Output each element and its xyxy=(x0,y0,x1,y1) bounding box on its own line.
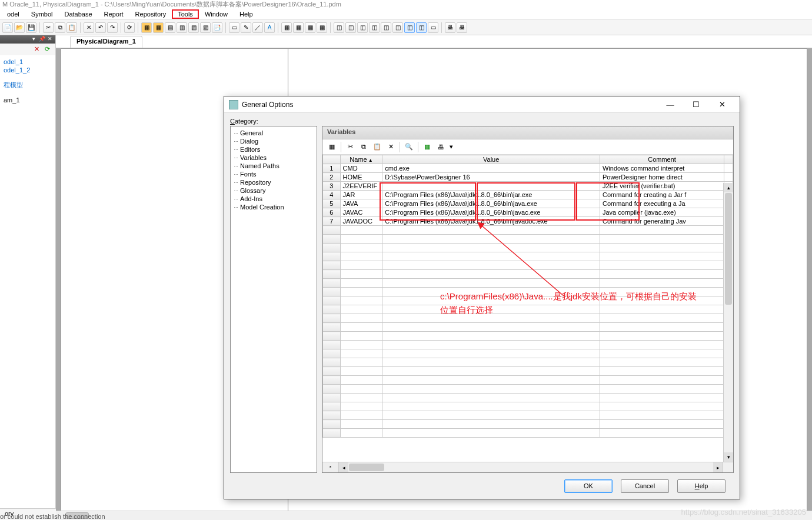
tb-icon[interactable]: ◫ xyxy=(369,22,380,33)
category-item[interactable]: Add-Ins xyxy=(232,195,315,203)
pin-icon[interactable]: ▾ xyxy=(31,36,36,42)
tree-item[interactable]: odel_1 xyxy=(1,58,54,66)
category-tree[interactable]: GeneralDialogEditorsVariablesNamed Paths… xyxy=(230,126,317,473)
paste-icon[interactable]: 📋 xyxy=(371,141,383,153)
rownum-header[interactable] xyxy=(323,155,341,164)
category-item[interactable]: Variables xyxy=(232,154,315,162)
table-row[interactable]: 4JARC:\Program Files (x86)\Java\jdk1.8.0… xyxy=(323,191,733,199)
tb-icon[interactable]: ▭ xyxy=(229,22,239,33)
name-cell[interactable]: JAR xyxy=(340,191,382,199)
category-item[interactable]: Dialog xyxy=(232,137,315,145)
tb-icon[interactable]: ◫ xyxy=(416,22,427,33)
menu-symbol[interactable]: Symbol xyxy=(25,9,59,19)
table-row[interactable]: 3J2EEVERIFJ2EE verifier (verifier.bat) xyxy=(323,182,733,191)
table-row[interactable] xyxy=(323,296,733,305)
variables-grid[interactable]: Name▲ Value Comment 1CMDcmd.exeWindows c… xyxy=(322,155,733,438)
name-cell[interactable]: JAVADOC xyxy=(340,217,382,226)
menu-repository[interactable]: Repository xyxy=(129,9,172,19)
value-cell[interactable]: cmd.exe xyxy=(382,164,600,173)
cut-icon[interactable]: ✂ xyxy=(344,141,356,153)
refresh-icon[interactable]: ⟳ xyxy=(124,22,135,33)
name-header[interactable]: Name▲ xyxy=(340,155,382,164)
tb-icon[interactable]: 🖶 xyxy=(457,22,467,33)
table-row[interactable] xyxy=(323,349,733,358)
table-row[interactable] xyxy=(323,279,733,288)
properties-icon[interactable]: ▦ xyxy=(326,141,338,153)
value-cell[interactable]: C:\Program Files (x86)\Java\jdk1.8.0_66\… xyxy=(382,199,600,208)
dropdown-icon[interactable]: ▾ xyxy=(448,141,454,153)
table-row[interactable] xyxy=(323,314,733,323)
table-row[interactable]: 2HOMED:\Sybase\PowerDesigner 16PowerDesi… xyxy=(323,173,733,182)
table-row[interactable] xyxy=(323,244,733,252)
table-row[interactable] xyxy=(323,376,733,385)
object-tree[interactable]: odel_1odel_1_2程模型am_1 xyxy=(0,55,55,520)
delete-icon[interactable]: ✕ xyxy=(385,141,397,153)
table-row[interactable] xyxy=(323,367,733,376)
table-row[interactable] xyxy=(323,270,733,279)
category-item[interactable]: Fonts xyxy=(232,170,315,178)
menu-help[interactable]: Help xyxy=(234,9,259,19)
close-icon[interactable]: ✕ xyxy=(47,36,53,42)
document-tab[interactable]: PhysicalDiagram_1 xyxy=(70,36,142,48)
table-row[interactable] xyxy=(323,323,733,332)
table-row[interactable]: 6JAVACC:\Program Files (x86)\Java\jdk1.8… xyxy=(323,208,733,217)
help-button[interactable]: Help xyxy=(677,479,726,493)
tb-icon[interactable]: ▦ xyxy=(141,22,152,33)
comment-cell[interactable]: Command for generating Jav xyxy=(600,217,724,226)
category-item[interactable]: Repository xyxy=(232,178,315,186)
category-item[interactable]: Model Creation xyxy=(232,203,315,211)
maximize-icon[interactable]: ☐ xyxy=(683,97,709,112)
close-icon[interactable]: ✕ xyxy=(709,97,735,112)
tree-item[interactable]: 程模型 xyxy=(1,80,54,90)
copy-icon[interactable]: ⧉ xyxy=(55,22,65,33)
refresh-icon[interactable]: ⟳ xyxy=(45,45,53,54)
tree-item[interactable]: am_1 xyxy=(1,96,54,104)
value-cell[interactable]: C:\Program Files (x86)\Java\jdk1.8.0_66\… xyxy=(382,191,600,199)
tb-icon[interactable]: ▦ xyxy=(317,22,327,33)
tb-icon[interactable]: ▨ xyxy=(200,22,211,33)
value-cell[interactable] xyxy=(382,182,600,191)
tb-icon[interactable]: ▤ xyxy=(165,22,175,33)
table-row[interactable] xyxy=(323,341,733,349)
comment-header[interactable]: Comment xyxy=(600,155,724,164)
name-cell[interactable]: JAVA xyxy=(340,199,382,208)
name-cell[interactable]: CMD xyxy=(340,164,382,173)
cancel-button[interactable]: Cancel xyxy=(621,479,669,493)
copy-icon[interactable]: ⧉ xyxy=(358,141,370,153)
table-row[interactable] xyxy=(323,420,733,429)
filter-icon[interactable]: ✕ xyxy=(34,45,42,54)
tb-icon[interactable]: ◫ xyxy=(404,22,415,33)
value-cell[interactable]: D:\Sybase\PowerDesigner 16 xyxy=(382,173,600,182)
tb-icon[interactable]: ／ xyxy=(252,22,263,33)
table-row[interactable] xyxy=(323,288,733,296)
ok-button[interactable]: OK xyxy=(564,479,613,493)
tb-icon[interactable]: ▦ xyxy=(305,22,315,33)
table-row[interactable] xyxy=(323,305,733,314)
table-row[interactable] xyxy=(323,385,733,394)
category-item[interactable]: General xyxy=(232,129,315,137)
table-row[interactable] xyxy=(323,226,733,235)
pencil-icon[interactable]: ✎ xyxy=(241,22,251,33)
table-row[interactable] xyxy=(323,332,733,341)
value-cell[interactable]: C:\Program Files (x86)\Java\jdk1.8.0_66\… xyxy=(382,208,600,217)
tb-icon[interactable]: 📑 xyxy=(212,22,222,33)
table-row[interactable] xyxy=(323,358,733,367)
tb-icon[interactable]: ◫ xyxy=(334,22,344,33)
menu-database[interactable]: Database xyxy=(58,9,98,19)
comment-cell[interactable]: Windows command interpret xyxy=(600,164,724,173)
tb-icon[interactable]: ◫ xyxy=(357,22,368,33)
tb-icon[interactable]: ◫ xyxy=(392,22,403,33)
name-cell[interactable]: JAVAC xyxy=(340,208,382,217)
category-item[interactable]: Glossary xyxy=(232,186,315,195)
tb-icon[interactable]: ◫ xyxy=(345,22,356,33)
print-icon[interactable]: 🖶 xyxy=(435,141,447,153)
tb-icon[interactable]: ▥ xyxy=(177,22,187,33)
delete-icon[interactable]: ✕ xyxy=(84,22,94,33)
value-cell[interactable]: C:\Program Files (x86)\Java\jdk1.8.0_66\… xyxy=(382,217,600,226)
table-row[interactable]: 7JAVADOCC:\Program Files (x86)\Java\jdk1… xyxy=(323,217,733,226)
menu-window[interactable]: Window xyxy=(199,9,234,19)
table-row[interactable]: 1CMDcmd.exeWindows command interpret xyxy=(323,164,733,173)
value-header[interactable]: Value xyxy=(382,155,600,164)
table-row[interactable] xyxy=(323,411,733,420)
h-scrollbar[interactable]: ◂▸ xyxy=(339,462,723,472)
